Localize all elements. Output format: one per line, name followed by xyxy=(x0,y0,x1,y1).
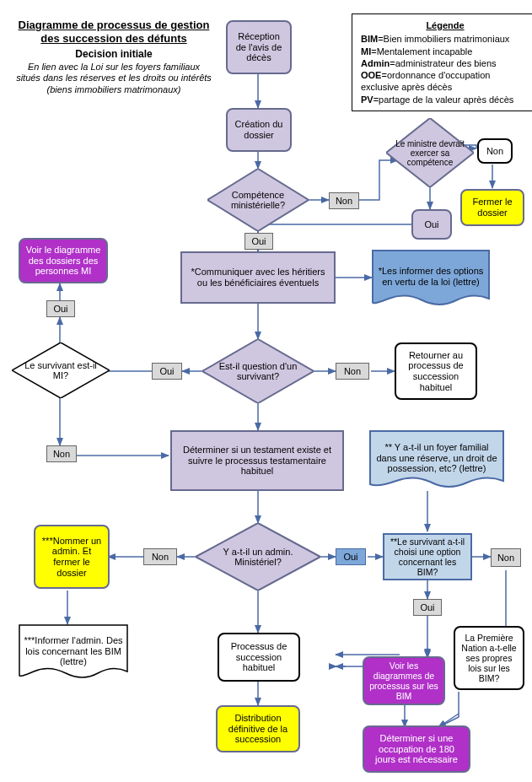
node-retourner: Retourner au processus de succession hab… xyxy=(395,342,477,400)
legend-title: Légende xyxy=(361,19,529,31)
node-creation: Création du dossier xyxy=(226,108,292,152)
node-foyer-text: ** Y a-t-il un foyer familial dans une r… xyxy=(374,442,499,474)
legend-key: MI xyxy=(361,46,371,57)
legend-rows: BIM=Bien immobiliers matrimoniauxMI=Ment… xyxy=(361,33,529,105)
node-creation-text: Création du dossier xyxy=(233,119,285,140)
node-survivant-choisi: **Le survivant a-t-il choisi une option … xyxy=(383,533,472,580)
title-line2: des succession des défunts xyxy=(40,32,186,45)
label-non-competence: Non xyxy=(329,192,359,209)
legend-row: BIM=Bien immobiliers matrimoniaux xyxy=(361,33,529,45)
label-non-survchoisi: Non xyxy=(491,548,521,567)
node-processus-hab-text: Processus de succession habituel xyxy=(224,641,293,673)
node-fermer-text: Fermer le dossier xyxy=(467,197,518,218)
label-oui-survivant: Oui xyxy=(152,363,182,380)
node-processus-hab: Processus de succession habituel xyxy=(218,633,300,682)
node-nommer-admin-text: ***Nommer un admin. Et fermer le dossier xyxy=(40,536,103,579)
node-foyer: ** Y a-t-il un foyer familial dans une r… xyxy=(369,430,504,493)
node-informer-admin-text: ***Informer l'admin. Des lois concernant… xyxy=(24,635,123,667)
legend-key: BIM xyxy=(361,34,378,44)
node-informer-options: *Les informer des options en vertu de la… xyxy=(372,250,490,310)
node-oui-ministre: Oui xyxy=(411,209,452,240)
legend-row: OOE=ordonnance d'occupation exclusive ap… xyxy=(361,69,529,94)
label-non-admin: Non xyxy=(143,548,177,565)
node-communiquer: *Communiquer avec les héritiers ou les b… xyxy=(180,251,336,304)
node-determiner-180-text: Déterminer si une occupation de 180 jour… xyxy=(369,733,464,765)
legend-row: Admin=administrateur des biens xyxy=(361,57,529,69)
node-voir-mi-text: Voir le diagramme des dossiers des perso… xyxy=(25,245,101,277)
node-retourner-text: Retourner au processus de succession hab… xyxy=(401,350,470,393)
node-communiquer-text: *Communiquer avec les héritiers ou les b… xyxy=(187,267,329,288)
label-oui-competence: Oui xyxy=(245,233,273,250)
label-oui-mi: Oui xyxy=(46,300,75,317)
node-distribution: Distribution définitive de la succession xyxy=(216,705,300,752)
node-admin-min: Y a-t-il un admin. Ministériel? xyxy=(196,523,320,591)
node-survivant-choisi-text: **Le survivant a-t-il choisi une option … xyxy=(390,537,465,577)
node-reception: Réception de l'avis de décès xyxy=(226,20,292,74)
node-distribution-text: Distribution définitive de la succession xyxy=(223,713,293,745)
node-voir-bim-text: Voir les diagrammes de processus sur les… xyxy=(369,661,438,701)
legend-value: =partage de la valeur après décès xyxy=(373,94,514,105)
node-competence: Compétence ministérielle? xyxy=(207,169,309,231)
node-informer-admin: ***Informer l'admin. Des lois concernant… xyxy=(19,624,128,683)
label-non-ministre: Non xyxy=(477,138,513,164)
label-non-survivant: Non xyxy=(336,363,369,380)
title-line1: Diagramme de processus de gestion xyxy=(19,19,210,31)
legend-key: Admin xyxy=(361,58,390,68)
node-determiner-testament-text: Déterminer si un testament existe et sui… xyxy=(177,445,337,477)
legend-key: PV xyxy=(361,94,373,105)
title-note1: En lien avec la Loi sur les foyers famil… xyxy=(28,62,200,72)
node-reception-text: Réception de l'avis de décès xyxy=(233,31,285,63)
label-oui-admin: Oui xyxy=(336,548,366,565)
node-question-survivant: Est-il question d'un survivant? xyxy=(202,339,314,403)
node-premiere-nation-text: La Première Nation a-t-elle ses propres … xyxy=(460,633,518,683)
node-nommer-admin: ***Nommer un admin. Et fermer le dossier xyxy=(34,525,110,589)
node-determiner-testament: Déterminer si un testament existe et sui… xyxy=(170,430,344,491)
node-voir-mi: Voir le diagramme des dossiers des perso… xyxy=(19,238,108,283)
legend-value: =ordonnance d'occupation exclusive après… xyxy=(361,70,490,92)
node-admin-min-text: Y a-t-il un admin. Ministériel? xyxy=(207,547,309,567)
node-informer-options-text: *Les informer des options en vertu de la… xyxy=(377,266,485,287)
title-note3: (biens immobiliers matrimonaux) xyxy=(47,84,181,94)
legend-value: =administrateur des biens xyxy=(390,58,496,68)
legend-row: MI=Mentalement incapable xyxy=(361,46,529,57)
node-premiere-nation: La Première Nation a-t-elle ses propres … xyxy=(454,626,524,690)
node-ministre: Le ministre devrait exercer sa compétenc… xyxy=(386,118,474,187)
node-survivant-mi-text: Le survivant est-il MI? xyxy=(24,360,98,380)
node-question-survivant-text: Est-il question d'un survivant? xyxy=(214,361,302,381)
legend-key: OOE xyxy=(361,70,381,80)
node-survivant-mi: Le survivant est-il MI? xyxy=(12,342,110,398)
title-note2: situés dans les réserves et les droits o… xyxy=(16,73,212,83)
title-sub: Decision initiale xyxy=(8,48,219,60)
legend-value: =Mentalement incapable xyxy=(371,46,472,57)
node-oui-ministre-text: Oui xyxy=(424,219,438,230)
node-determiner-180: Déterminer si une occupation de 180 jour… xyxy=(363,725,470,773)
legend-row: PV=partage de la valeur après décès xyxy=(361,94,529,105)
node-competence-text: Compétence ministérielle? xyxy=(219,190,297,210)
node-voir-bim: Voir les diagrammes de processus sur les… xyxy=(363,656,445,705)
node-fermer: Fermer le dossier xyxy=(460,189,524,226)
node-ministre-text: Le ministre devrait exercer sa compétenc… xyxy=(393,139,467,167)
title-block: Diagramme de processus de gestion des su… xyxy=(8,19,219,96)
legend-value: =Bien immobiliers matrimoniaux xyxy=(378,34,509,44)
legend-box: Légende BIM=Bien immobiliers matrimoniau… xyxy=(352,13,532,111)
label-non-mi: Non xyxy=(46,445,77,462)
label-oui-survchoisi: Oui xyxy=(413,599,442,616)
